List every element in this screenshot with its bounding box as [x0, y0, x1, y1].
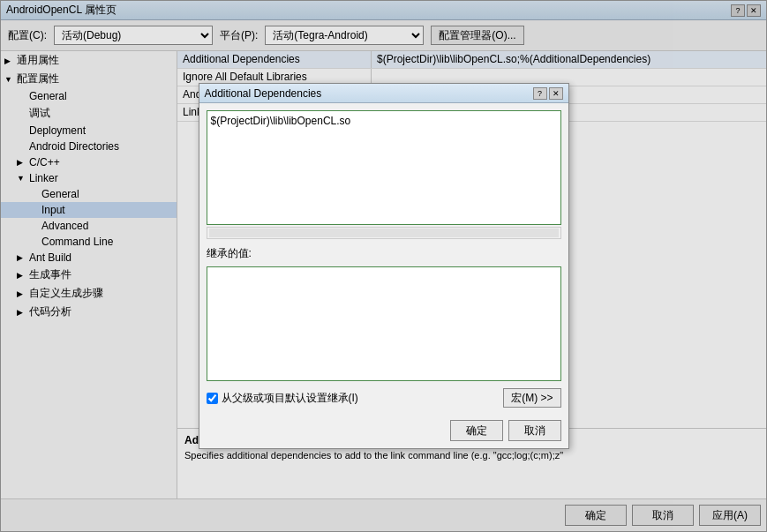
modal-inherited-label: 继承的值: [207, 246, 561, 261]
modal-title-buttons: ? ✕ [533, 87, 563, 100]
modal-inherit-checkbox[interactable] [207, 393, 218, 404]
modal-title-bar: Additional Dependencies ? ✕ [199, 84, 568, 103]
modal-ok-button[interactable]: 确定 [450, 420, 503, 441]
modal-help-button[interactable]: ? [533, 87, 547, 100]
modal-overlay: Additional Dependencies ? ✕ $(ProjectDir… [0, 0, 767, 532]
modal-bottom-buttons: 确定 取消 [199, 415, 568, 448]
modal-inherited-area [207, 266, 561, 381]
modal-cancel-button[interactable]: 取消 [508, 420, 561, 441]
modal-checkbox-row: 从父级或项目默认设置继承(I) 宏(M) >> [207, 388, 561, 408]
modal-title: Additional Dependencies [205, 87, 322, 100]
modal-inherit-checkbox-label[interactable]: 从父级或项目默认设置继承(I) [207, 391, 358, 406]
modal-inherit-label-text: 从父级或项目默认设置继承(I) [222, 391, 358, 406]
modal-close-button[interactable]: ✕ [549, 87, 563, 100]
modal-dialog: Additional Dependencies ? ✕ $(ProjectDir… [199, 83, 569, 449]
modal-main-textarea[interactable]: $(ProjectDir)\lib\libOpenCL.so [207, 110, 561, 225]
modal-macro-button[interactable]: 宏(M) >> [503, 388, 560, 408]
modal-body: $(ProjectDir)\lib\libOpenCL.so 继承的值: 从父级… [199, 103, 568, 415]
